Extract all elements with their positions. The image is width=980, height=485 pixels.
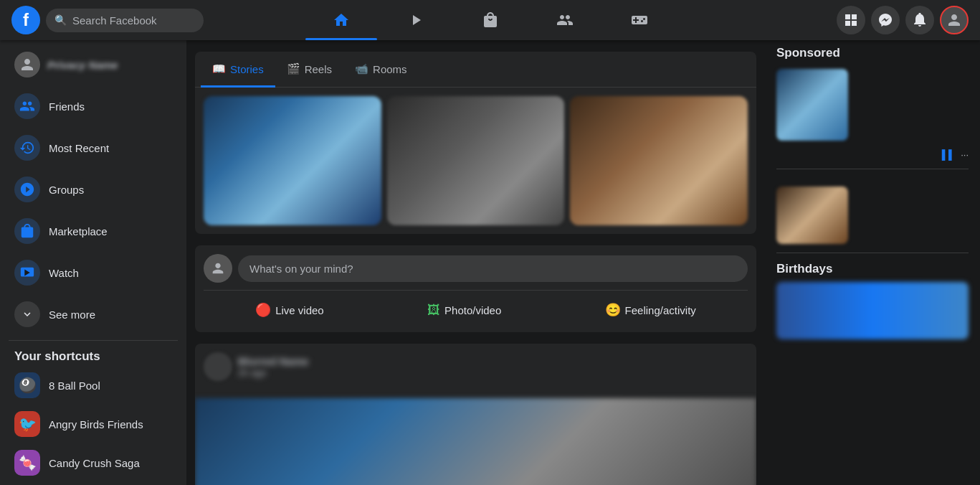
story-card-2[interactable] [387,96,565,225]
post-input[interactable]: What's on your mind? [238,255,748,282]
post-timestamp: 2h ago [238,367,308,378]
post-photo-button[interactable]: 🖼 Photo/video [419,296,510,324]
post-creator: What's on your mind? 🔴 Live video 🖼 Phot… [195,245,756,332]
sidebar-item-friends[interactable]: Friends [6,86,181,126]
feed-post-1: Blurred Name 2h ago 👍 123 45 comments Li… [195,344,756,485]
sidebar-user[interactable]: Privacy Name [6,46,181,83]
profile-avatar[interactable] [940,6,969,34]
right-divider-2 [776,253,969,253]
post-creator-avatar [204,254,232,283]
nav-gaming-button[interactable] [604,3,675,37]
shortcut-candy-crush-icon: 🍬 [14,450,40,476]
post-divider [204,290,748,291]
story-card-3[interactable] [570,96,748,225]
ad-image-1 [776,69,848,141]
ad-more-button[interactable]: ··· [961,149,969,160]
post-image-1 [195,398,756,485]
birthdays-content [776,282,969,339]
search-bar-container[interactable]: 🔍 [46,9,204,32]
shortcut-8-ball-pool-icon: 🎱 [14,372,40,398]
shortcut-label: 8 Ball Pool [49,380,100,392]
ad-options-row: ▌▌ ··· [776,149,969,160]
sidebar: Privacy Name Friends Most Recent Groups [0,40,186,485]
topnav-left: f 🔍 [11,6,212,34]
nav-marketplace-button[interactable] [455,3,526,37]
tab-reels-label: Reels [305,63,332,75]
right-sidebar: Sponsored ▌▌ ··· Birthdays [765,40,980,485]
post-header: Blurred Name 2h ago [204,352,748,381]
stories-icon: 📖 [212,62,226,75]
sidebar-item-label: Groups [49,184,84,196]
friends-icon [14,93,40,119]
shortcut-angry-birds-icon: 🐦 [14,411,40,437]
post-photo-label: Photo/video [444,304,501,316]
shortcuts-title: Your shortcuts [6,347,181,367]
shortcut-label: Candy Crush Saga [49,457,140,469]
sidebar-item-label: Most Recent [49,142,109,154]
ad-item-1[interactable] [776,69,969,141]
main-feed: 📖 Stories 🎬 Reels 📹 Rooms [186,40,765,485]
tab-reels[interactable]: 🎬 Reels [275,52,343,88]
main-layout: Privacy Name Friends Most Recent Groups [0,40,980,485]
tab-stories[interactable]: 📖 Stories [201,52,275,88]
sidebar-item-groups[interactable]: Groups [6,169,181,209]
facebook-logo[interactable]: f [11,6,40,34]
see-more-icon [14,301,40,327]
ad-see-all-button[interactable]: ▌▌ [942,149,955,160]
tabs-header: 📖 Stories 🎬 Reels 📹 Rooms [195,52,756,88]
groups-icon [14,176,40,202]
post-meta: Blurred Name 2h ago [238,355,308,378]
sidebar-item-label: Watch [49,267,79,279]
nav-home-button[interactable] [305,3,377,37]
sidebar-item-most-recent[interactable]: Most Recent [6,128,181,168]
post-feeling-button[interactable]: 😊 Feeling/activity [596,296,705,324]
sidebar-item-watch[interactable]: Watch [6,253,181,293]
feed-post-header-area: Blurred Name 2h ago [195,344,756,398]
tab-stories-label: Stories [230,63,264,75]
search-icon: 🔍 [54,14,67,26]
sponsored-title: Sponsored [776,46,969,60]
shortcut-label: Angry Birds Friends [49,418,143,430]
topnav: f 🔍 [0,0,980,40]
right-divider-1 [776,169,969,169]
messenger-button[interactable] [871,6,900,34]
sidebar-item-marketplace[interactable]: Marketplace [6,211,181,251]
sidebar-item-see-more[interactable]: See more [6,294,181,334]
sidebar-divider [9,340,178,341]
post-author-name: Blurred Name [238,355,308,367]
birthdays-title: Birthdays [776,262,969,276]
feeling-icon: 😊 [605,302,621,318]
sidebar-item-label: Marketplace [49,225,108,237]
photo-icon: 🖼 [427,303,440,318]
grid-menu-button[interactable] [837,6,865,34]
topnav-right [768,6,969,34]
tab-rooms-label: Rooms [373,63,407,75]
search-input[interactable] [72,14,195,27]
most-recent-icon [14,135,40,161]
marketplace-icon [14,218,40,244]
post-actions: 🔴 Live video 🖼 Photo/video 😊 Feeling/act… [204,296,748,324]
nav-friends-button[interactable] [529,3,601,37]
story-card-1[interactable] [204,96,381,225]
sidebar-item-label: Friends [49,100,85,113]
rooms-icon: 📹 [355,62,368,75]
post-input-row: What's on your mind? [204,254,748,283]
tab-rooms[interactable]: 📹 Rooms [343,52,419,88]
post-live-button[interactable]: 🔴 Live video [247,296,333,324]
notifications-button[interactable] [905,6,934,34]
shortcut-item-angry-birds[interactable]: 🐦 Angry Birds Friends [6,405,181,443]
ad-item-2[interactable] [776,178,969,244]
reels-icon: 🎬 [287,62,300,75]
stories-section: 📖 Stories 🎬 Reels 📹 Rooms [195,52,756,234]
stories-content [195,88,756,234]
live-icon: 🔴 [255,302,271,318]
sidebar-user-avatar [14,52,40,77]
post-author-avatar [204,352,232,381]
shortcut-item-candy-crush[interactable]: 🍬 Candy Crush Saga [6,444,181,481]
nav-watch-button[interactable] [380,3,452,37]
ad-image-2 [776,187,848,244]
sidebar-item-label: See more [49,309,95,321]
shortcut-item-8-ball-pool[interactable]: 🎱 8 Ball Pool [6,367,181,404]
post-feeling-label: Feeling/activity [625,304,696,316]
sidebar-user-name: Privacy Name [47,59,118,71]
